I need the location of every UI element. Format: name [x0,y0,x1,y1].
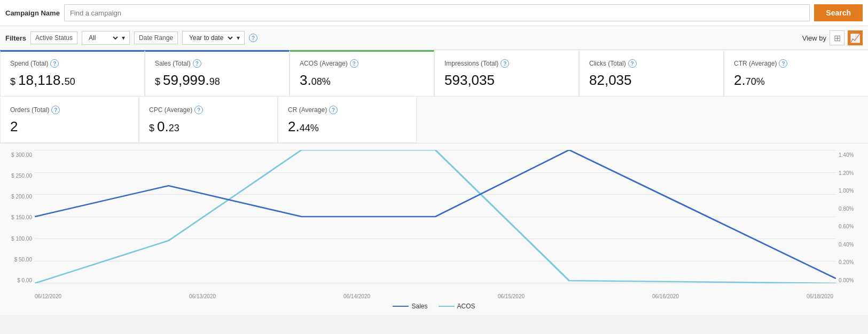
orders-info-icon[interactable]: ? [51,106,60,114]
metric-spend: Spend (Total) ? $ 18,118.50 [0,50,145,97]
campaign-search-input[interactable] [64,4,810,21]
spend-value: $ 18,118.50 [10,72,135,89]
clicks-value: 82,035 [589,72,714,89]
ctr-info-icon[interactable]: ? [779,59,787,68]
view-by-label: View by [802,34,826,42]
metric-sales: Sales (Total) ? $ 59,999.98 [145,50,290,97]
search-button[interactable]: Search [814,4,863,21]
legend-acos: ACOS [439,303,475,310]
spend-title: Spend (Total) ? [10,59,135,68]
orders-value: 2 [10,118,129,135]
empty-card [417,97,868,143]
metric-ctr: CTR (Average) ? 2.70% [724,50,868,97]
metric-cpc: CPC (Average) ? $ 0.23 [139,97,278,143]
chart-view-icon[interactable]: 📈 [848,30,863,45]
acos-title: ACOS (Average) ? [300,59,424,68]
date-range-dropdown[interactable]: Year to date Last 30 days Last 7 days Cu… [187,34,234,42]
metric-acos: ACOS (Average) ? 3.08% [290,50,434,97]
sales-title: Sales (Total) ? [155,59,279,68]
legend-sales: Sales [393,303,427,310]
metric-orders: Orders (Total) ? 2 [0,97,139,143]
chart-wrapper: $ 300.00 $ 250.00 $ 200.00 $ 150.00 $ 10… [5,150,863,299]
chevron-down-icon-date: ▾ [237,34,240,42]
sales-legend-label: Sales [411,303,427,310]
clicks-title: Clicks (Total) ? [589,59,714,68]
x-axis: 06/12/2020 06/13/2020 06/14/2020 06/15/2… [5,293,863,299]
spend-info-icon[interactable]: ? [50,59,59,68]
acos-legend-label: ACOS [457,303,475,310]
view-by-section: View by ⊞ 📈 [802,30,863,45]
active-status-tag: Active Status [30,31,77,44]
cpc-title: CPC (Average) ? [149,106,268,114]
acos-value: 3.08% [300,72,424,89]
chevron-down-icon: ▾ [122,34,125,42]
active-status-dropdown[interactable]: All Active Inactive [87,34,120,42]
sales-info-icon[interactable]: ? [193,59,201,68]
cpc-value: $ 0.23 [149,118,268,135]
filters-label: Filters [5,34,26,42]
active-status-select[interactable]: All Active Inactive ▾ [82,31,130,45]
grid-view-icon[interactable]: ⊞ [830,30,844,45]
cr-title: CR (Average) ? [288,106,406,114]
ctr-title: CTR (Average) ? [734,59,858,68]
acos-info-icon[interactable]: ? [350,59,358,68]
campaign-name-label: Campaign Name [5,9,60,17]
cr-value: 2.44% [288,118,406,135]
cpc-info-icon[interactable]: ? [194,106,203,114]
chart-area: $ 300.00 $ 250.00 $ 200.00 $ 150.00 $ 10… [0,143,868,315]
chart-svg [35,150,836,283]
metric-clicks: Clicks (Total) ? 82,035 [579,50,724,97]
sales-legend-line [393,306,409,307]
date-range-tag: Date Range [134,31,178,44]
sales-line [35,150,836,279]
metric-impressions: Impressions (Total) ? 593,035 [434,50,579,97]
acos-legend-line [439,306,455,307]
filter-bar: Filters Active Status All Active Inactiv… [0,26,868,50]
y-axis-left: $ 300.00 $ 250.00 $ 200.00 $ 150.00 $ 10… [5,150,35,283]
metric-cards-row1: Spend (Total) ? $ 18,118.50 Sales (Total… [0,50,868,97]
impressions-title: Impressions (Total) ? [444,59,569,68]
y-axis-right: 1.40% 1.20% 1.00% 0.80% 0.60% 0.40% 0.20… [836,150,863,283]
clicks-info-icon[interactable]: ? [628,59,637,68]
sales-value: $ 59,999.98 [155,72,279,89]
metric-cr: CR (Average) ? 2.44% [278,97,417,143]
impressions-value: 593,035 [444,72,569,89]
orders-title: Orders (Total) ? [10,106,129,114]
cr-info-icon[interactable]: ? [329,106,338,114]
filter-info-icon[interactable]: ? [249,34,257,42]
date-range-select[interactable]: Year to date Last 30 days Last 7 days Cu… [182,31,245,45]
ctr-value: 2.70% [734,72,858,89]
impressions-info-icon[interactable]: ? [501,59,509,68]
metric-cards-row2: Orders (Total) ? 2 CPC (Average) ? $ 0.2… [0,97,868,143]
chart-legend: Sales ACOS [5,303,863,310]
top-bar: Campaign Name Search [0,0,868,26]
